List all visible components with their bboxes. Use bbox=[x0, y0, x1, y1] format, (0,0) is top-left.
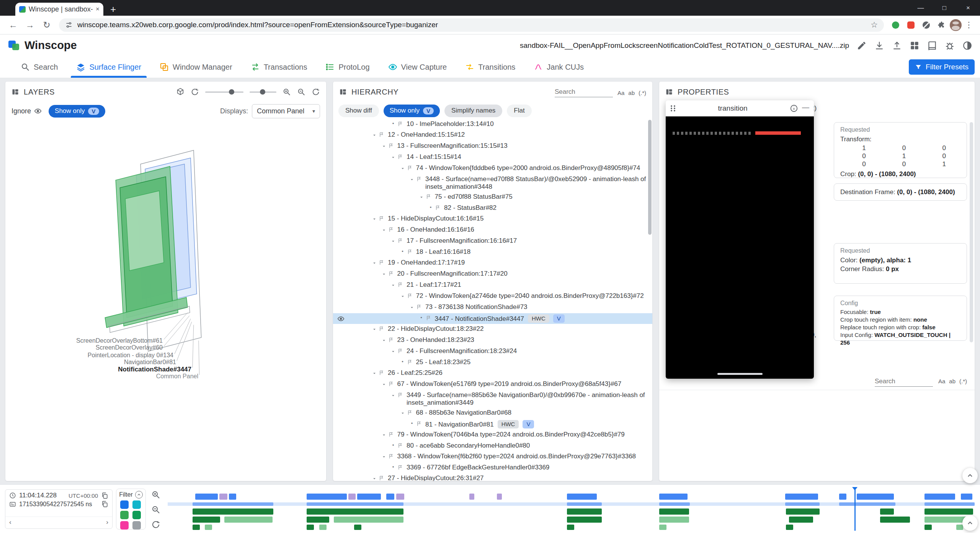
expand-arrow-icon[interactable] bbox=[389, 281, 397, 290]
expand-arrow-icon[interactable] bbox=[408, 303, 416, 312]
expand-timeline-button[interactable] bbox=[962, 468, 978, 483]
drag-handle-icon[interactable] bbox=[670, 105, 676, 112]
bookmark-star-icon[interactable]: ☆ bbox=[871, 20, 878, 29]
jank-trace-icon[interactable] bbox=[120, 521, 129, 530]
timeline-prev-button[interactable]: ‹ bbox=[9, 518, 11, 526]
attachment-icon[interactable] bbox=[132, 521, 141, 530]
flag-icon[interactable] bbox=[407, 358, 416, 367]
trace-segment[interactable] bbox=[319, 525, 327, 530]
hierarchy-node[interactable]: 21 - Leaf:17:17#21 bbox=[333, 280, 652, 291]
expand-arrow-icon[interactable] bbox=[380, 226, 388, 235]
hierarchy-node[interactable]: 67 - WindowToken{e5176f9 type=2019 andro… bbox=[333, 379, 652, 390]
trace-segment[interactable] bbox=[386, 494, 394, 500]
3d-view-icon[interactable] bbox=[176, 88, 185, 96]
flag-icon[interactable] bbox=[416, 303, 425, 312]
expand-arrow-icon[interactable] bbox=[417, 193, 426, 202]
trace-segment[interactable] bbox=[924, 502, 975, 506]
trace-segment[interactable] bbox=[307, 508, 403, 515]
show-only-visible-toggle[interactable]: Show only V bbox=[49, 105, 105, 118]
expand-arrow-icon[interactable] bbox=[370, 259, 379, 268]
trace-segment[interactable] bbox=[567, 494, 597, 500]
flag-icon[interactable] bbox=[407, 292, 416, 301]
trace-segment[interactable] bbox=[357, 494, 381, 500]
collapse-filter-button[interactable] bbox=[135, 491, 143, 499]
trace-segment[interactable] bbox=[469, 494, 474, 500]
reset-zoom-icon[interactable] bbox=[151, 520, 160, 529]
hierarchy-node[interactable]: 26 - Leaf:25:25#26 bbox=[333, 368, 652, 379]
trace-segment[interactable] bbox=[567, 502, 602, 506]
tune-icon[interactable] bbox=[65, 21, 73, 29]
expand-arrow-icon[interactable] bbox=[370, 215, 379, 224]
minimize-icon[interactable]: — bbox=[802, 103, 809, 114]
layers-3d-canvas[interactable] bbox=[5, 82, 326, 481]
expand-arrow-icon[interactable] bbox=[380, 431, 388, 440]
tab-surface-flinger[interactable]: Surface Flinger bbox=[67, 56, 150, 78]
flag-icon[interactable] bbox=[407, 164, 416, 173]
flag-icon[interactable] bbox=[388, 336, 397, 345]
forward-icon[interactable]: → bbox=[22, 20, 38, 30]
trace-segment[interactable] bbox=[348, 494, 356, 500]
spacing-slider[interactable] bbox=[250, 92, 276, 93]
ignore-toggle[interactable]: Ignore bbox=[11, 107, 42, 115]
show-diff-button[interactable]: Show diff bbox=[338, 105, 379, 117]
trace-segment[interactable] bbox=[193, 502, 273, 506]
expand-arrow-icon[interactable] bbox=[399, 164, 407, 173]
tab-transitions[interactable]: Transitions bbox=[456, 56, 524, 78]
rotation-icon[interactable] bbox=[191, 88, 199, 96]
zoom-out-icon[interactable] bbox=[151, 505, 160, 514]
surface-flinger-trace-icon[interactable] bbox=[120, 500, 129, 509]
trace-segment[interactable] bbox=[193, 508, 273, 515]
info-icon[interactable] bbox=[790, 104, 798, 113]
bug-report-icon[interactable] bbox=[945, 41, 955, 51]
hierarchy-node[interactable]: 68 - 885b63e NavigationBar0#68 bbox=[333, 408, 652, 419]
hierarchy-node[interactable]: •3447 - NotificationShade#3447HWCV bbox=[333, 313, 652, 324]
properties-search-input[interactable] bbox=[875, 376, 933, 387]
trace-segment[interactable] bbox=[839, 494, 846, 500]
expand-arrow-icon[interactable] bbox=[370, 369, 379, 378]
hierarchy-node[interactable]: •25 - Leaf:18:23#25 bbox=[333, 357, 652, 368]
trace-segment[interactable] bbox=[880, 517, 910, 523]
trace-segment[interactable] bbox=[567, 508, 602, 515]
back-icon[interactable]: ← bbox=[5, 20, 21, 30]
extension-icon[interactable] bbox=[919, 21, 933, 29]
window-maximize-button[interactable]: □ bbox=[933, 0, 956, 16]
window-close-button[interactable]: × bbox=[956, 0, 980, 16]
flag-icon[interactable] bbox=[388, 453, 397, 461]
flag-icon[interactable] bbox=[407, 248, 416, 257]
flag-icon[interactable] bbox=[397, 237, 407, 245]
flag-icon[interactable] bbox=[397, 120, 407, 129]
trace-segment[interactable] bbox=[396, 494, 404, 500]
flag-icon[interactable] bbox=[397, 153, 407, 162]
dark-mode-toggle-icon[interactable] bbox=[962, 41, 972, 51]
screenshot-preview-card[interactable]: transition — bbox=[666, 100, 814, 379]
apps-grid-icon[interactable] bbox=[910, 41, 920, 51]
hierarchy-node[interactable]: •81 - NavigationBar0#81HWCV bbox=[333, 419, 652, 430]
hierarchy-node[interactable]: 16 - OneHanded:16:16#16 bbox=[333, 225, 652, 236]
trace-segment[interactable] bbox=[205, 525, 212, 530]
extension-icon[interactable] bbox=[904, 21, 918, 29]
window-minimize-button[interactable]: — bbox=[909, 0, 933, 16]
tab-view-capture[interactable]: View Capture bbox=[379, 56, 456, 78]
flag-icon[interactable] bbox=[426, 314, 435, 323]
trace-segment[interactable] bbox=[786, 508, 820, 515]
expand-arrow-icon[interactable] bbox=[399, 292, 407, 301]
trace-segment[interactable] bbox=[659, 517, 689, 523]
expand-arrow-icon[interactable] bbox=[389, 391, 397, 400]
protolog-trace-icon[interactable] bbox=[132, 511, 141, 519]
match-case-toggle[interactable]: Aa bbox=[617, 90, 624, 96]
hierarchy-node[interactable]: 22 - HideDisplayCutout:18:23#22 bbox=[333, 324, 652, 335]
hierarchy-node[interactable]: •3369 - 67726bf EdgeBackGestureHandler0#… bbox=[333, 463, 652, 473]
trace-segment[interactable] bbox=[307, 494, 347, 500]
copy-icon[interactable] bbox=[101, 492, 108, 499]
tab-window-manager[interactable]: Window Manager bbox=[150, 56, 242, 78]
flag-icon[interactable] bbox=[407, 409, 416, 417]
flag-icon[interactable] bbox=[388, 380, 397, 389]
expand-arrow-icon[interactable] bbox=[370, 131, 379, 140]
trace-segment[interactable] bbox=[789, 517, 813, 523]
trace-segment[interactable] bbox=[924, 508, 973, 515]
tab-close-icon[interactable]: × bbox=[96, 5, 100, 13]
tab-jank-cujs[interactable]: Jank CUJs bbox=[524, 56, 593, 78]
expand-arrow-icon[interactable] bbox=[380, 380, 388, 389]
hierarchy-node[interactable]: •82 - StatusBar#82 bbox=[333, 203, 652, 214]
timeline-next-button[interactable]: › bbox=[106, 518, 108, 526]
